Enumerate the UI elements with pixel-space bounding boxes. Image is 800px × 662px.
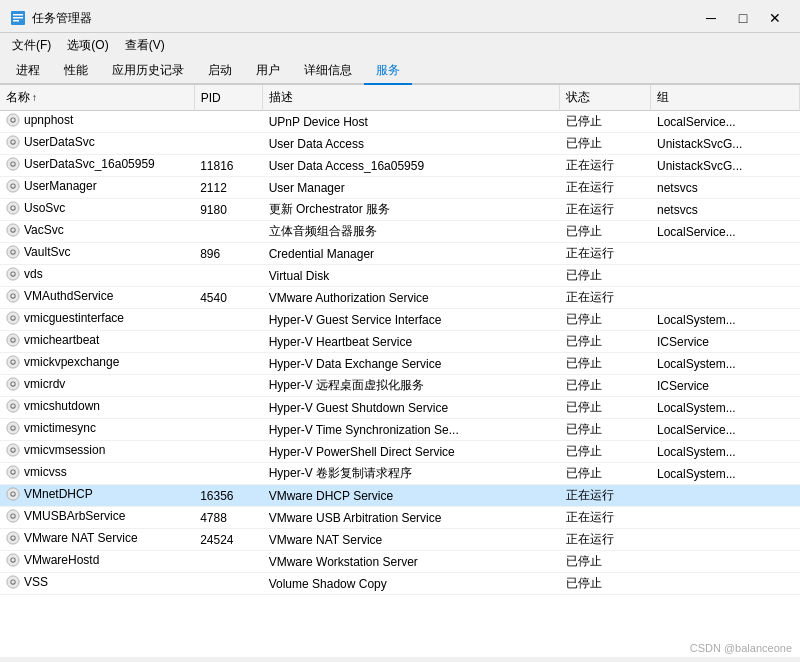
- service-icon: [6, 377, 20, 391]
- table-row[interactable]: upnphostUPnP Device Host已停止LocalService.…: [0, 111, 800, 133]
- tab-进程[interactable]: 进程: [4, 58, 52, 85]
- cell-name: UserDataSvc: [0, 133, 194, 151]
- service-icon: [6, 223, 20, 237]
- cell-group: netsvcs: [651, 177, 800, 199]
- menu-item[interactable]: 选项(O): [59, 35, 116, 56]
- table-row[interactable]: vmicheartbeatHyper-V Heartbeat Service已停…: [0, 331, 800, 353]
- cell-desc: Virtual Disk: [263, 265, 560, 287]
- table-row[interactable]: UsoSvc9180更新 Orchestrator 服务正在运行netsvcs: [0, 199, 800, 221]
- table-row[interactable]: VMware NAT Service24524VMware NAT Servic…: [0, 529, 800, 551]
- maximize-button[interactable]: □: [728, 8, 758, 28]
- cell-group: LocalSystem...: [651, 309, 800, 331]
- table-row[interactable]: vmictimesyncHyper-V Time Synchronization…: [0, 419, 800, 441]
- tab-性能[interactable]: 性能: [52, 58, 100, 85]
- cell-desc: Hyper-V Guest Service Interface: [263, 309, 560, 331]
- svg-point-11: [7, 268, 19, 280]
- table-row[interactable]: vmicshutdownHyper-V Guest Shutdown Servi…: [0, 397, 800, 419]
- services-table: 名称↑PID描述状态组 upnphostUPnP Device Host已停止L…: [0, 85, 800, 595]
- cell-pid: [194, 551, 263, 573]
- cell-desc: Hyper-V Time Synchronization Se...: [263, 419, 560, 441]
- cell-pid: [194, 221, 263, 243]
- table-container[interactable]: 名称↑PID描述状态组 upnphostUPnP Device Host已停止L…: [0, 85, 800, 657]
- tab-用户[interactable]: 用户: [244, 58, 292, 85]
- table-row[interactable]: VMAuthdService4540VMware Authorization S…: [0, 287, 800, 309]
- cell-desc: Hyper-V 卷影复制请求程序: [263, 463, 560, 485]
- tab-启动[interactable]: 启动: [196, 58, 244, 85]
- cell-desc: User Data Access: [263, 133, 560, 155]
- table-row[interactable]: VSSVolume Shadow Copy已停止: [0, 573, 800, 595]
- cell-desc: Volume Shadow Copy: [263, 573, 560, 595]
- service-icon: [6, 157, 20, 171]
- table-row[interactable]: vmicvssHyper-V 卷影复制请求程序已停止LocalSystem...: [0, 463, 800, 485]
- cell-desc: Hyper-V Data Exchange Service: [263, 353, 560, 375]
- cell-group: [651, 485, 800, 507]
- cell-status: 已停止: [560, 397, 651, 419]
- close-button[interactable]: ✕: [760, 8, 790, 28]
- cell-pid: [194, 265, 263, 287]
- service-icon: [6, 443, 20, 457]
- cell-group: LocalService...: [651, 221, 800, 243]
- cell-desc: VMware Authorization Service: [263, 287, 560, 309]
- cell-status: 正在运行: [560, 243, 651, 265]
- table-row[interactable]: vmicrdvHyper-V 远程桌面虚拟化服务已停止ICService: [0, 375, 800, 397]
- cell-group: UnistackSvcG...: [651, 155, 800, 177]
- cell-desc: VMware USB Arbitration Service: [263, 507, 560, 529]
- cell-name: VMAuthdService: [0, 287, 194, 305]
- menu-item[interactable]: 查看(V): [117, 35, 173, 56]
- cell-name: VMnetDHCP: [0, 485, 194, 503]
- table-row[interactable]: vdsVirtual Disk已停止: [0, 265, 800, 287]
- cell-pid: [194, 375, 263, 397]
- cell-name: UsoSvc: [0, 199, 194, 217]
- table-row[interactable]: VaultSvc896Credential Manager正在运行: [0, 243, 800, 265]
- cell-desc: Hyper-V Guest Shutdown Service: [263, 397, 560, 419]
- app-icon: [10, 10, 26, 26]
- tab-应用历史记录[interactable]: 应用历史记录: [100, 58, 196, 85]
- cell-desc: Hyper-V Heartbeat Service: [263, 331, 560, 353]
- table-row[interactable]: VacSvc立体音频组合器服务已停止LocalService...: [0, 221, 800, 243]
- service-icon: [6, 311, 20, 325]
- cell-pid: [194, 419, 263, 441]
- table-row[interactable]: vmicvmsessionHyper-V PowerShell Direct S…: [0, 441, 800, 463]
- service-icon: [6, 245, 20, 259]
- title-bar-left: 任务管理器: [10, 10, 92, 27]
- table-row[interactable]: vmicguestinterfaceHyper-V Guest Service …: [0, 309, 800, 331]
- cell-status: 正在运行: [560, 529, 651, 551]
- service-icon: [6, 575, 20, 589]
- service-icon: [6, 465, 20, 479]
- cell-pid: 16356: [194, 485, 263, 507]
- menu-item[interactable]: 文件(F): [4, 35, 59, 56]
- cell-group: LocalSystem...: [651, 463, 800, 485]
- cell-status: 已停止: [560, 463, 651, 485]
- cell-status: 已停止: [560, 309, 651, 331]
- tab-详细信息[interactable]: 详细信息: [292, 58, 364, 85]
- cell-status: 已停止: [560, 551, 651, 573]
- cell-group: netsvcs: [651, 199, 800, 221]
- svg-point-14: [7, 334, 19, 346]
- svg-point-23: [7, 532, 19, 544]
- service-icon: [6, 509, 20, 523]
- minimize-button[interactable]: ─: [696, 8, 726, 28]
- cell-pid: 4788: [194, 507, 263, 529]
- cell-name: vmicshutdown: [0, 397, 194, 415]
- table-row[interactable]: VMwareHostdVMware Workstation Server已停止: [0, 551, 800, 573]
- cell-group: [651, 529, 800, 551]
- service-icon: [6, 487, 20, 501]
- svg-point-25: [7, 576, 19, 588]
- table-row[interactable]: VMUSBArbService4788VMware USB Arbitratio…: [0, 507, 800, 529]
- tab-服务[interactable]: 服务: [364, 58, 412, 85]
- col-header-name[interactable]: 名称↑: [0, 85, 194, 111]
- cell-pid: 2112: [194, 177, 263, 199]
- service-icon: [6, 201, 20, 215]
- cell-group: LocalSystem...: [651, 441, 800, 463]
- table-row[interactable]: vmickvpexchangeHyper-V Data Exchange Ser…: [0, 353, 800, 375]
- cell-status: 正在运行: [560, 485, 651, 507]
- cell-name: upnphost: [0, 111, 194, 129]
- service-icon: [6, 421, 20, 435]
- cell-group: [651, 265, 800, 287]
- cell-name: VMUSBArbService: [0, 507, 194, 525]
- table-row[interactable]: UserManager2112User Manager正在运行netsvcs: [0, 177, 800, 199]
- table-row[interactable]: UserDataSvc_16a0595911816User Data Acces…: [0, 155, 800, 177]
- table-row[interactable]: VMnetDHCP16356VMware DHCP Service正在运行: [0, 485, 800, 507]
- table-row[interactable]: UserDataSvcUser Data Access已停止UnistackSv…: [0, 133, 800, 155]
- svg-point-13: [7, 312, 19, 324]
